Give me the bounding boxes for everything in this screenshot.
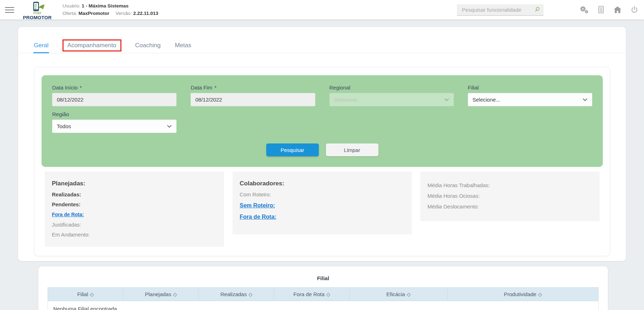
filter-panel: Data Início * Data Fim * Regional (42, 75, 603, 167)
averages-summary-panel: Média Horas Trabalhadas: Média Horas Oci… (420, 172, 600, 221)
required-asterisk: * (214, 85, 217, 91)
version-value: 2.22.11.013 (133, 11, 158, 16)
visits-summary-panel: Planejadas: Realizadas: Pendentes: Fora … (45, 172, 224, 247)
pendentes-label: Pendentes: (52, 201, 217, 207)
media-horas-trabalhadas-label: Média Horas Trabalhadas: (427, 182, 593, 188)
field-regional: Regional Selecione... (329, 85, 454, 106)
logo-text-promotor: PROMOTOR (21, 15, 53, 20)
document-icon[interactable] (597, 6, 605, 14)
power-icon[interactable] (631, 6, 638, 14)
table-row: Nenhuma Filial encontrada (48, 301, 599, 310)
logo-text-max: max (21, 11, 53, 15)
sort-icon: ◇ (90, 292, 94, 297)
app-logo: max PROMOTOR (21, 1, 53, 20)
justificadas-label: Justificadas: (52, 222, 217, 228)
regiao-value: Todos (57, 123, 71, 129)
summary-panels: Planejadas: Realizadas: Pendentes: Fora … (45, 172, 600, 247)
functionality-search (457, 4, 544, 16)
offer-label: Oferta: (62, 11, 77, 16)
field-filial: Filial Selecione... (468, 85, 592, 106)
data-inicio-input[interactable] (52, 93, 176, 106)
regional-value: Selecione... (334, 97, 362, 103)
version-label: Versão: (116, 11, 132, 16)
column-header-realizadas[interactable]: Realizadas◇ (198, 288, 274, 301)
planejadas-label: Planejadas: (52, 180, 217, 187)
sort-icon: ◇ (407, 292, 411, 297)
table-title: Filial (48, 275, 599, 281)
user-value: 1 - Máxima Sistemas (82, 3, 129, 9)
regional-label: Regional (329, 85, 350, 91)
filial-value: Selecione... (473, 97, 500, 103)
main-content-card: Geral Acompanhamento Coaching Metas Data… (18, 27, 626, 261)
field-data-inicio: Data Início * (52, 85, 176, 106)
com-roteiro-label: Com Roteiro: (240, 191, 405, 197)
search-input[interactable] (461, 6, 534, 13)
settings-gears-icon[interactable] (579, 5, 589, 14)
column-header-planejadas[interactable]: Planejadas◇ (123, 288, 198, 301)
offer-value: MaxPromotor (78, 11, 109, 16)
fora-de-rota-link[interactable]: Fora de Rota: (52, 212, 84, 217)
sort-icon: ◇ (326, 292, 330, 297)
chevron-down-icon (583, 98, 588, 101)
column-header-produtividade[interactable]: Produtividade◇ (448, 288, 599, 301)
column-header-eficacia[interactable]: Eficácia◇ (349, 288, 447, 301)
media-deslocamento-label: Média Deslocamento: (427, 203, 593, 210)
regiao-select[interactable]: Todos (52, 120, 176, 133)
search-icon[interactable] (534, 7, 540, 12)
em-andamento-label: Em Andamento: (52, 232, 217, 238)
sem-roteiro-link[interactable]: Sem Roteiro: (240, 202, 275, 209)
data-inicio-label: Data Início (52, 85, 78, 91)
fora-de-rota-link[interactable]: Fora de Rota: (240, 214, 276, 220)
tab-geral[interactable]: Geral (33, 27, 49, 53)
empty-table-message: Nenhuma Filial encontrada (48, 301, 599, 310)
filial-table-card: Filial Filial◇ Planejadas◇ Realizadas◇ F… (38, 266, 608, 310)
data-fim-input[interactable] (191, 93, 315, 106)
column-header-fora-de-rota[interactable]: Fora de Rota◇ (274, 288, 349, 301)
table-header-row: Filial◇ Planejadas◇ Realizadas◇ Fora de … (48, 288, 599, 301)
sort-icon: ◇ (173, 292, 177, 297)
collaborators-summary-panel: Colaboradores: Com Roteiro: Sem Roteiro:… (233, 172, 412, 234)
required-asterisk: * (80, 85, 82, 91)
data-fim-label: Data Fim (191, 85, 212, 91)
realizadas-label: Realizadas: (52, 191, 217, 197)
home-icon[interactable] (613, 6, 622, 13)
filial-label: Filial (468, 85, 479, 91)
regiao-label: Região (52, 111, 69, 117)
filial-select[interactable]: Selecione... (468, 93, 592, 106)
hamburger-menu-icon[interactable] (5, 5, 14, 15)
tab-coaching[interactable]: Coaching (135, 27, 161, 53)
chevron-down-icon (167, 125, 172, 128)
field-regiao: Região Todos (52, 111, 176, 133)
pesquisar-button[interactable]: Pesquisar (266, 143, 319, 156)
user-info: Usuário: 1 - Máxima Sistemas Oferta: Max… (62, 2, 158, 17)
user-label: Usuário: (62, 3, 80, 9)
top-header-bar: max PROMOTOR Usuário: 1 - Máxima Sistema… (0, 0, 644, 20)
tab-bar: Geral Acompanhamento Coaching Metas (18, 27, 626, 53)
filial-table: Filial◇ Planejadas◇ Realizadas◇ Fora de … (48, 287, 599, 310)
column-header-filial[interactable]: Filial◇ (48, 288, 123, 301)
chevron-down-icon (444, 98, 449, 101)
field-data-fim: Data Fim * (191, 85, 315, 106)
media-horas-ociosas-label: Média Horas Ociosas: (427, 193, 593, 199)
sort-icon: ◇ (249, 292, 252, 297)
colaboradores-label: Colaboradores: (240, 180, 405, 187)
filter-card: Data Início * Data Fim * Regional (34, 67, 610, 256)
regional-select[interactable]: Selecione... (329, 93, 454, 106)
limpar-button[interactable]: Limpar (326, 143, 378, 156)
tab-metas[interactable]: Metas (174, 27, 191, 53)
tab-acompanhamento[interactable]: Acompanhamento (62, 39, 121, 51)
sort-icon: ◇ (538, 292, 542, 297)
